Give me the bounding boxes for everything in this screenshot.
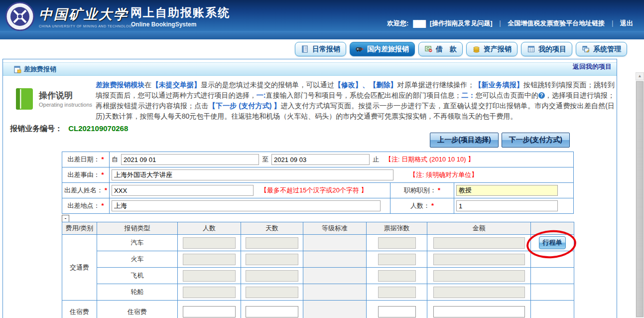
university-name-cn: 中国矿业大学 [39, 5, 134, 23]
text-segment: 差旅费报销模块 [96, 81, 145, 89]
reason-note: 【注: 须明确对方单位】 [409, 170, 478, 179]
plane-days-input[interactable] [246, 270, 298, 282]
col-header-standard: 等级标准 [303, 222, 367, 235]
lodging-standard-cell [303, 301, 367, 318]
table-row-ship: 轮船 [62, 284, 574, 301]
university-emblem-icon [5, 1, 35, 31]
lodging-people-input[interactable] [183, 306, 236, 318]
title-rank-input[interactable] [456, 185, 558, 196]
people-count-label: 人数： [410, 202, 430, 209]
ship-tickets-input[interactable] [378, 287, 416, 298]
vertical-scrollbar[interactable]: ▲ [636, 72, 644, 318]
train-days-input[interactable] [246, 254, 298, 265]
ship-people-input[interactable] [183, 287, 236, 298]
text-segment: 【删除】 [369, 81, 397, 89]
date-to-input[interactable] [271, 154, 370, 165]
train-tickets-input[interactable] [378, 254, 416, 265]
col-header-amount: 金额 [427, 222, 531, 235]
tab-label: 系统管理 [593, 45, 621, 54]
separator: ｜ [497, 19, 504, 28]
username-masked: ███ [413, 20, 425, 27]
app-header: 中国矿业大学 CHINA UNIVERSITY OF MINING AND TE… [0, 0, 644, 31]
collapse-table-button[interactable]: - [62, 215, 69, 222]
tab-domestic-travel[interactable]: 国内差旅报销 [350, 42, 415, 56]
system-subtitle: Online BookingSystem [131, 21, 196, 28]
text-segment: 显示的是您填过未提交的报销单，可以通过 [201, 81, 334, 89]
trip-reason-input[interactable] [112, 169, 393, 180]
plane-people-input[interactable] [183, 270, 236, 282]
text-segment: 二： [461, 91, 475, 99]
date-format-note: 【注: 日期格式 (2010 10 10) 】 [385, 155, 474, 164]
trip-reason-label: 出差事由： [68, 171, 100, 178]
required-mark: * [431, 202, 434, 209]
destination-label: 出差地点： [68, 202, 100, 209]
ship-amount-input[interactable] [433, 287, 525, 298]
car-tickets-input[interactable] [378, 237, 416, 249]
next-step-button[interactable]: 下一步(支付方式) [502, 133, 570, 148]
lodging-days-input[interactable] [246, 306, 298, 318]
col-header-extra [531, 222, 574, 235]
text-segment: 您可以点击页面中的 [475, 91, 538, 99]
instructions-subtitle: Operating instructions [39, 102, 92, 108]
instructions-paragraph: 差旅费报销模块在【未提交单据】显示的是您填过未提交的报销单，可以通过【修改】、【… [96, 80, 615, 122]
traveler-name-input[interactable] [112, 185, 254, 196]
welcome-label: 欢迎您: [387, 19, 408, 28]
prev-step-button[interactable]: 上一步(项目选择) [430, 133, 498, 148]
table-row-car: 交通费 汽车 行程单 [62, 235, 574, 251]
traveler-row: 出差人姓名：* 【最多不超过15个汉字或20个字符 】 职称职别：* [62, 183, 574, 198]
train-amount-input[interactable] [433, 254, 525, 265]
tab-label: 我的项目 [538, 45, 566, 54]
row-label-train: 火车 [97, 251, 178, 268]
tab-loan[interactable]: 借 款 [418, 42, 463, 56]
destination-input[interactable] [112, 200, 381, 211]
tab-system-management[interactable]: 系统管理 [576, 42, 627, 56]
business-number-label: 报销业务编号： [10, 124, 62, 133]
system-title: 网上自助报账系统 [130, 5, 230, 20]
plane-amount-input[interactable] [433, 270, 525, 282]
trip-sheet-button[interactable]: 行程单 [539, 236, 566, 249]
plane-tickets-input[interactable] [378, 270, 416, 282]
date-to-prefix: 至 [262, 155, 268, 164]
scrollbar-up-arrow[interactable]: ▲ [636, 72, 644, 80]
car-amount-input[interactable] [433, 237, 525, 249]
lodging-amount-input[interactable] [433, 306, 525, 318]
main-nav: 日常报销 国内差旅报销 借 款 [0, 39, 644, 59]
text-segment: 【修改】、 [334, 81, 369, 89]
row-label-ship: 轮船 [97, 284, 178, 301]
coins-icon [472, 45, 481, 53]
ship-days-input[interactable] [246, 287, 298, 298]
instructions-title: 操作说明 [39, 90, 73, 101]
university-logo: 中国矿业大学 CHINA UNIVERSITY OF MINING AND TE… [5, 1, 134, 31]
car-days-input[interactable] [246, 237, 298, 249]
people-count-input[interactable] [456, 200, 558, 211]
train-standard-cell [303, 251, 367, 268]
tab-daily-reimbursement[interactable]: 日常报销 [295, 42, 346, 56]
invoice-check-link[interactable]: 全国增值税发票查验平台地址链接 [508, 19, 605, 28]
text-segment: 对原单据进行继续操作； [397, 81, 475, 89]
car-people-input[interactable] [183, 237, 236, 249]
plane-standard-cell [303, 268, 367, 284]
date-from-input[interactable] [121, 154, 259, 165]
logout-link[interactable]: 退出 [620, 19, 633, 28]
back-to-projects-link[interactable]: 返回我的项目 [573, 62, 612, 71]
col-header-people: 人数 [178, 222, 241, 235]
text-segment: 【新业务填报】 [474, 81, 523, 89]
lodging-tickets-input[interactable] [378, 306, 416, 318]
notebook-icon [301, 45, 309, 53]
windows-icon [582, 45, 590, 53]
col-header-category: 费用/类别 [62, 222, 97, 235]
scrollbar-thumb[interactable] [636, 81, 644, 317]
train-people-input[interactable] [183, 254, 236, 265]
required-mark: * [438, 186, 440, 194]
university-name-en: CHINA UNIVERSITY OF MINING AND TECHNOLOG… [39, 24, 134, 28]
destination-row: 出差地点：* 人数：* [62, 198, 574, 214]
col-header-type: 报销类型 [97, 222, 178, 235]
date-end-suffix: 止 [373, 155, 379, 164]
text-segment: 在 [145, 81, 152, 89]
guide-link[interactable]: [操作指南及常见问题] [430, 19, 493, 28]
row-label-lodging: 住宿费 [97, 301, 178, 318]
tab-asset-reimbursement[interactable]: 资产报销 [466, 42, 517, 56]
tab-my-projects[interactable]: 我的项目 [521, 42, 572, 56]
category-transport: 交通费 [62, 235, 97, 301]
col-header-days: 天数 [241, 222, 303, 235]
